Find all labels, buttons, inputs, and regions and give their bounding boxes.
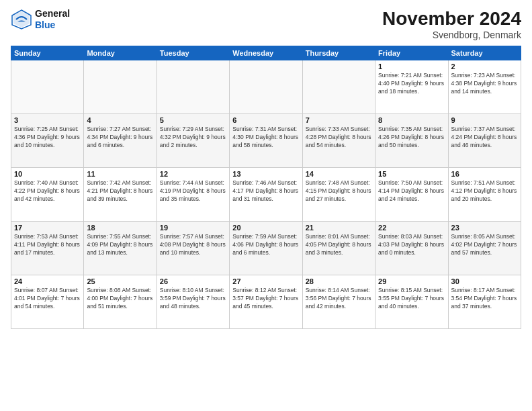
day-info: Sunrise: 8:12 AM Sunset: 3:57 PM Dayligh… bbox=[232, 287, 299, 311]
day-cell: 27Sunrise: 8:12 AM Sunset: 3:57 PM Dayli… bbox=[230, 275, 302, 329]
header-wednesday: Wednesday bbox=[230, 46, 302, 60]
day-cell: 21Sunrise: 8:01 AM Sunset: 4:05 PM Dayli… bbox=[302, 222, 375, 275]
calendar-body: 1Sunrise: 7:21 AM Sunset: 4:40 PM Daylig… bbox=[11, 60, 521, 329]
day-cell: 5Sunrise: 7:29 AM Sunset: 4:32 PM Daylig… bbox=[157, 114, 229, 168]
day-number: 21 bbox=[306, 224, 372, 232]
calendar-table: Sunday Monday Tuesday Wednesday Thursday… bbox=[11, 46, 521, 329]
day-cell: 29Sunrise: 8:15 AM Sunset: 3:55 PM Dayli… bbox=[375, 275, 448, 329]
day-info: Sunrise: 8:14 AM Sunset: 3:56 PM Dayligh… bbox=[306, 287, 372, 311]
day-cell bbox=[157, 60, 229, 114]
logo: General Blue bbox=[11, 8, 70, 31]
day-cell: 13Sunrise: 7:46 AM Sunset: 4:17 PM Dayli… bbox=[230, 168, 302, 222]
day-cell: 22Sunrise: 8:03 AM Sunset: 4:03 PM Dayli… bbox=[375, 222, 448, 275]
day-info: Sunrise: 7:57 AM Sunset: 4:08 PM Dayligh… bbox=[160, 233, 226, 257]
month-title: November 2024 bbox=[382, 8, 521, 30]
day-info: Sunrise: 8:01 AM Sunset: 4:05 PM Dayligh… bbox=[306, 233, 372, 257]
day-info: Sunrise: 7:42 AM Sunset: 4:21 PM Dayligh… bbox=[87, 179, 153, 203]
day-info: Sunrise: 7:27 AM Sunset: 4:34 PM Dayligh… bbox=[87, 126, 153, 150]
day-cell bbox=[230, 60, 302, 114]
day-cell: 28Sunrise: 8:14 AM Sunset: 3:56 PM Dayli… bbox=[302, 275, 375, 329]
day-cell: 9Sunrise: 7:37 AM Sunset: 4:24 PM Daylig… bbox=[448, 114, 521, 168]
header: General Blue November 2024 Svendborg, De… bbox=[11, 8, 521, 40]
location: Svendborg, Denmark bbox=[382, 30, 521, 40]
day-cell: 3Sunrise: 7:25 AM Sunset: 4:36 PM Daylig… bbox=[11, 114, 84, 168]
day-info: Sunrise: 8:15 AM Sunset: 3:55 PM Dayligh… bbox=[378, 287, 445, 311]
day-number: 5 bbox=[160, 116, 226, 124]
day-number: 11 bbox=[87, 170, 153, 178]
day-info: Sunrise: 7:21 AM Sunset: 4:40 PM Dayligh… bbox=[378, 72, 445, 96]
day-cell: 12Sunrise: 7:44 AM Sunset: 4:19 PM Dayli… bbox=[157, 168, 229, 222]
day-cell: 2Sunrise: 7:23 AM Sunset: 4:38 PM Daylig… bbox=[448, 60, 521, 114]
day-number: 18 bbox=[87, 224, 153, 232]
day-info: Sunrise: 8:17 AM Sunset: 3:54 PM Dayligh… bbox=[451, 287, 518, 311]
day-number: 17 bbox=[14, 224, 81, 232]
day-number: 23 bbox=[451, 224, 518, 232]
day-number: 28 bbox=[306, 277, 372, 285]
header-sunday: Sunday bbox=[11, 46, 84, 60]
day-info: Sunrise: 8:05 AM Sunset: 4:02 PM Dayligh… bbox=[451, 233, 518, 257]
day-cell: 11Sunrise: 7:42 AM Sunset: 4:21 PM Dayli… bbox=[84, 168, 157, 222]
day-info: Sunrise: 7:35 AM Sunset: 4:26 PM Dayligh… bbox=[378, 126, 445, 150]
day-info: Sunrise: 7:31 AM Sunset: 4:30 PM Dayligh… bbox=[232, 126, 299, 150]
day-info: Sunrise: 7:23 AM Sunset: 4:38 PM Dayligh… bbox=[451, 72, 518, 96]
day-number: 25 bbox=[87, 277, 153, 285]
day-info: Sunrise: 7:46 AM Sunset: 4:17 PM Dayligh… bbox=[232, 179, 299, 203]
day-cell: 30Sunrise: 8:17 AM Sunset: 3:54 PM Dayli… bbox=[448, 275, 521, 329]
day-cell: 1Sunrise: 7:21 AM Sunset: 4:40 PM Daylig… bbox=[375, 60, 448, 114]
day-cell: 20Sunrise: 7:59 AM Sunset: 4:06 PM Dayli… bbox=[230, 222, 302, 275]
day-number: 30 bbox=[451, 277, 518, 285]
day-info: Sunrise: 8:03 AM Sunset: 4:03 PM Dayligh… bbox=[378, 233, 445, 257]
day-cell: 17Sunrise: 7:53 AM Sunset: 4:11 PM Dayli… bbox=[11, 222, 84, 275]
day-number: 3 bbox=[14, 116, 81, 124]
day-cell: 6Sunrise: 7:31 AM Sunset: 4:30 PM Daylig… bbox=[230, 114, 302, 168]
day-info: Sunrise: 7:29 AM Sunset: 4:32 PM Dayligh… bbox=[160, 126, 226, 150]
day-cell: 7Sunrise: 7:33 AM Sunset: 4:28 PM Daylig… bbox=[302, 114, 375, 168]
page: General Blue November 2024 Svendborg, De… bbox=[0, 0, 532, 411]
day-info: Sunrise: 7:37 AM Sunset: 4:24 PM Dayligh… bbox=[451, 126, 518, 150]
day-info: Sunrise: 7:40 AM Sunset: 4:22 PM Dayligh… bbox=[14, 179, 81, 203]
header-tuesday: Tuesday bbox=[157, 46, 229, 60]
day-cell: 26Sunrise: 8:10 AM Sunset: 3:59 PM Dayli… bbox=[157, 275, 229, 329]
day-cell bbox=[84, 60, 157, 114]
week-row-2: 3Sunrise: 7:25 AM Sunset: 4:36 PM Daylig… bbox=[11, 114, 521, 168]
header-thursday: Thursday bbox=[302, 46, 375, 60]
day-number: 10 bbox=[14, 170, 81, 178]
day-cell: 19Sunrise: 7:57 AM Sunset: 4:08 PM Dayli… bbox=[157, 222, 229, 275]
day-info: Sunrise: 7:50 AM Sunset: 4:14 PM Dayligh… bbox=[378, 179, 445, 203]
day-number: 6 bbox=[232, 116, 299, 124]
day-info: Sunrise: 7:59 AM Sunset: 4:06 PM Dayligh… bbox=[232, 233, 299, 257]
day-info: Sunrise: 7:33 AM Sunset: 4:28 PM Dayligh… bbox=[306, 126, 372, 150]
week-row-4: 17Sunrise: 7:53 AM Sunset: 4:11 PM Dayli… bbox=[11, 222, 521, 275]
day-cell: 8Sunrise: 7:35 AM Sunset: 4:26 PM Daylig… bbox=[375, 114, 448, 168]
day-info: Sunrise: 7:44 AM Sunset: 4:19 PM Dayligh… bbox=[160, 179, 226, 203]
day-cell: 18Sunrise: 7:55 AM Sunset: 4:09 PM Dayli… bbox=[84, 222, 157, 275]
day-number: 16 bbox=[451, 170, 518, 178]
day-number: 12 bbox=[160, 170, 226, 178]
day-info: Sunrise: 7:25 AM Sunset: 4:36 PM Dayligh… bbox=[14, 126, 81, 150]
day-number: 15 bbox=[378, 170, 445, 178]
day-number: 20 bbox=[232, 224, 299, 232]
day-info: Sunrise: 7:48 AM Sunset: 4:15 PM Dayligh… bbox=[306, 179, 372, 203]
day-info: Sunrise: 7:55 AM Sunset: 4:09 PM Dayligh… bbox=[87, 233, 153, 257]
week-row-3: 10Sunrise: 7:40 AM Sunset: 4:22 PM Dayli… bbox=[11, 168, 521, 222]
day-cell: 10Sunrise: 7:40 AM Sunset: 4:22 PM Dayli… bbox=[11, 168, 84, 222]
day-info: Sunrise: 8:10 AM Sunset: 3:59 PM Dayligh… bbox=[160, 287, 226, 311]
day-number: 14 bbox=[306, 170, 372, 178]
day-number: 13 bbox=[232, 170, 299, 178]
calendar-header: Sunday Monday Tuesday Wednesday Thursday… bbox=[11, 46, 521, 60]
day-cell bbox=[11, 60, 84, 114]
logo-icon bbox=[11, 9, 32, 30]
logo-text: General Blue bbox=[35, 8, 70, 31]
day-info: Sunrise: 7:53 AM Sunset: 4:11 PM Dayligh… bbox=[14, 233, 81, 257]
day-cell: 14Sunrise: 7:48 AM Sunset: 4:15 PM Dayli… bbox=[302, 168, 375, 222]
day-number: 26 bbox=[160, 277, 226, 285]
day-cell: 23Sunrise: 8:05 AM Sunset: 4:02 PM Dayli… bbox=[448, 222, 521, 275]
header-friday: Friday bbox=[375, 46, 448, 60]
day-cell: 4Sunrise: 7:27 AM Sunset: 4:34 PM Daylig… bbox=[84, 114, 157, 168]
day-number: 8 bbox=[378, 116, 445, 124]
header-saturday: Saturday bbox=[448, 46, 521, 60]
day-number: 2 bbox=[451, 62, 518, 71]
day-number: 22 bbox=[378, 224, 445, 232]
day-number: 4 bbox=[87, 116, 153, 124]
day-number: 9 bbox=[451, 116, 518, 124]
